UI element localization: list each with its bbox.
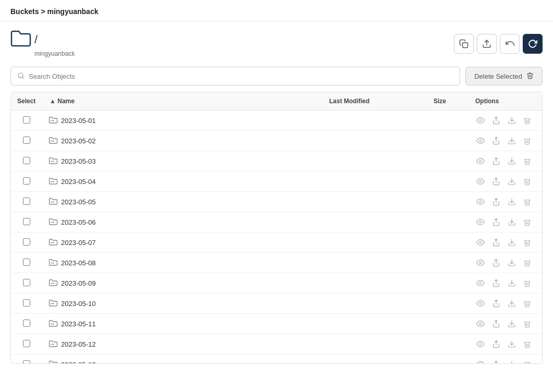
row-download-btn-2[interactable] xyxy=(507,156,517,166)
row-view-btn-12[interactable] xyxy=(475,359,486,363)
row-view-btn-1[interactable] xyxy=(475,136,486,146)
table-row: 2023-05-04 xyxy=(11,172,542,192)
svg-point-24 xyxy=(51,222,52,223)
row-share-btn-7[interactable] xyxy=(491,258,501,268)
row-view-btn-11[interactable] xyxy=(475,339,486,349)
row-checkbox-11[interactable] xyxy=(23,340,30,347)
upload-button[interactable] xyxy=(477,34,497,54)
row-view-btn-7[interactable] xyxy=(475,258,486,268)
delete-selected-button[interactable]: Delete Selected xyxy=(465,67,543,85)
row-delete-btn-6[interactable] xyxy=(522,238,532,248)
row-delete-btn-8[interactable] xyxy=(522,278,532,288)
row-folder-icon-9 xyxy=(49,299,58,309)
search-box[interactable] xyxy=(10,67,460,85)
row-download-btn-3[interactable] xyxy=(507,176,517,187)
row-name-cell-12: 2023-05-13 xyxy=(42,354,323,364)
row-checkbox-6[interactable] xyxy=(23,238,30,246)
row-checkbox-2[interactable] xyxy=(23,157,30,164)
row-download-btn-9[interactable] xyxy=(507,298,517,309)
row-folder-icon-6 xyxy=(49,238,58,248)
table-wrapper[interactable]: Select ▲ Name Last Modified Size Options xyxy=(11,92,542,363)
row-view-btn-5[interactable] xyxy=(475,217,486,227)
row-share-btn-4[interactable] xyxy=(491,197,501,207)
row-delete-btn-10[interactable] xyxy=(522,319,532,329)
row-share-btn-5[interactable] xyxy=(491,217,501,227)
row-delete-btn-0[interactable] xyxy=(522,116,532,126)
row-share-btn-1[interactable] xyxy=(491,136,501,146)
row-delete-btn-5[interactable] xyxy=(522,217,532,227)
row-delete-btn-11[interactable] xyxy=(522,339,532,349)
copy-path-button[interactable] xyxy=(454,34,474,54)
row-checkbox-4[interactable] xyxy=(23,198,30,205)
row-share-btn-3[interactable] xyxy=(491,176,501,187)
row-options-cell-4 xyxy=(469,192,542,212)
row-share-btn-11[interactable] xyxy=(491,339,501,349)
row-name-cell-7: 2023-05-08 xyxy=(42,253,323,273)
row-share-btn-12[interactable] xyxy=(491,359,501,363)
row-share-btn-8[interactable] xyxy=(491,278,501,288)
row-delete-btn-7[interactable] xyxy=(522,258,532,268)
row-view-btn-3[interactable] xyxy=(475,176,486,187)
row-download-btn-7[interactable] xyxy=(507,258,517,268)
row-checkbox-8[interactable] xyxy=(23,279,30,286)
row-download-btn-6[interactable] xyxy=(507,237,517,248)
row-download-btn-10[interactable] xyxy=(507,318,517,329)
refresh-button[interactable] xyxy=(523,34,543,54)
row-delete-btn-12[interactable] xyxy=(522,360,532,364)
row-share-btn-10[interactable] xyxy=(491,318,501,329)
row-delete-btn-4[interactable] xyxy=(522,197,532,207)
breadcrumb-buckets[interactable]: Buckets xyxy=(10,7,39,16)
row-name-cell-0: 2023-05-01 xyxy=(42,111,323,131)
row-download-btn-0[interactable] xyxy=(507,115,517,126)
row-size-cell-3 xyxy=(427,172,469,192)
svg-point-16 xyxy=(51,181,52,182)
row-delete-btn-3[interactable] xyxy=(522,177,532,187)
table-row: 2023-05-08 xyxy=(11,253,542,273)
row-view-btn-6[interactable] xyxy=(475,237,486,248)
row-view-btn-8[interactable] xyxy=(475,278,486,288)
path-slash: / xyxy=(34,33,38,46)
row-options-cell-6 xyxy=(469,232,542,253)
row-checkbox-1[interactable] xyxy=(23,137,30,144)
row-download-btn-5[interactable] xyxy=(507,217,517,227)
row-view-btn-0[interactable] xyxy=(475,115,486,126)
svg-point-20 xyxy=(51,201,52,202)
row-download-btn-12[interactable] xyxy=(507,359,517,363)
row-checkbox-3[interactable] xyxy=(23,177,30,185)
row-share-btn-2[interactable] xyxy=(491,156,501,166)
row-checkbox-10[interactable] xyxy=(23,320,30,327)
row-checkbox-5[interactable] xyxy=(23,218,30,225)
breadcrumb: Buckets > mingyuanback xyxy=(10,7,98,16)
undo-button[interactable] xyxy=(500,34,520,54)
row-name-cell-3: 2023-05-04 xyxy=(42,172,323,192)
col-header-name[interactable]: ▲ Name xyxy=(42,92,323,111)
row-checkbox-cell-11 xyxy=(11,334,42,354)
row-delete-btn-2[interactable] xyxy=(522,156,532,166)
row-name-2: 2023-05-03 xyxy=(61,157,96,165)
row-download-btn-8[interactable] xyxy=(507,278,517,288)
search-input[interactable] xyxy=(29,72,453,80)
row-size-cell-5 xyxy=(427,212,469,232)
row-options-cell-12 xyxy=(469,354,542,364)
row-checkbox-0[interactable] xyxy=(23,116,30,124)
objects-table: Select ▲ Name Last Modified Size Options xyxy=(11,92,542,363)
search-icon xyxy=(17,72,25,81)
row-modified-cell-1 xyxy=(323,131,427,151)
row-delete-btn-1[interactable] xyxy=(522,136,532,146)
row-share-btn-6[interactable] xyxy=(491,237,501,248)
row-view-btn-9[interactable] xyxy=(475,298,486,309)
row-download-btn-1[interactable] xyxy=(507,136,517,146)
row-folder-icon-2 xyxy=(49,156,58,166)
row-download-btn-11[interactable] xyxy=(507,339,517,349)
row-delete-btn-9[interactable] xyxy=(522,299,532,309)
row-checkbox-12[interactable] xyxy=(23,360,30,364)
row-share-btn-0[interactable] xyxy=(491,115,501,126)
row-share-btn-9[interactable] xyxy=(491,298,501,309)
row-download-btn-4[interactable] xyxy=(507,197,517,207)
row-checkbox-9[interactable] xyxy=(23,299,30,307)
row-checkbox-7[interactable] xyxy=(23,259,30,266)
row-view-btn-4[interactable] xyxy=(475,197,486,207)
row-view-btn-10[interactable] xyxy=(475,318,486,329)
row-view-btn-2[interactable] xyxy=(475,156,486,166)
row-size-cell-9 xyxy=(427,293,469,314)
